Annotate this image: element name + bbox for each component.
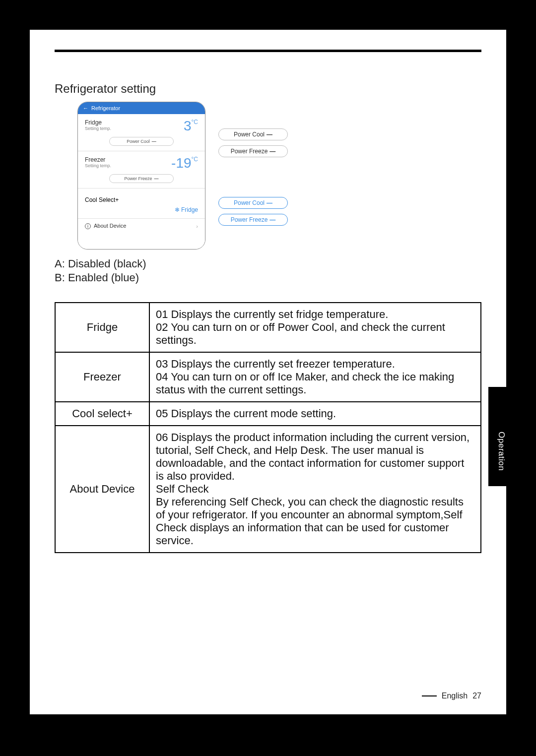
- power-freeze-disabled-pill: Power Freeze—: [218, 145, 288, 157]
- legend: A: Disabled (black) B: Enabled (blue): [55, 257, 481, 284]
- legend-a: A: Disabled (black): [55, 257, 481, 270]
- top-rule: [55, 50, 481, 52]
- info-icon: i: [85, 223, 91, 229]
- freezer-sub: Setting temp.: [85, 163, 111, 168]
- table-row: Cool select+ 05 Displays the current mod…: [55, 402, 481, 426]
- fridge-label: Fridge: [85, 119, 111, 126]
- row-desc-freezer: 03 Displays the currently set freezer te…: [149, 352, 481, 402]
- phone-body: Fridge Setting temp. 3°C Power Cool—: [78, 114, 205, 249]
- footer-page: 27: [472, 692, 481, 700]
- table-row: About Device 06 Displays the product inf…: [55, 426, 481, 553]
- power-freeze-pill[interactable]: Power Freeze—: [109, 174, 174, 183]
- phone-header[interactable]: ← Refrigerator: [78, 102, 205, 114]
- freezer-label: Freezer: [85, 156, 111, 163]
- spec-table: Fridge 01 Displays the currently set fri…: [55, 302, 481, 553]
- power-cool-enabled-pill: Power Cool—: [218, 197, 288, 209]
- power-freeze-enabled-pill: Power Freeze—: [218, 214, 288, 226]
- row-label-freezer: Freezer: [55, 352, 149, 402]
- footer-lang: English: [442, 692, 468, 700]
- fridge-card[interactable]: Fridge Setting temp. 3°C Power Cool—: [78, 114, 205, 151]
- coolselect-label: Cool Select+: [85, 196, 119, 203]
- phone-row: ← Refrigerator Fridge Setting temp. 3°C: [77, 102, 481, 250]
- back-arrow-icon[interactable]: ←: [83, 105, 88, 111]
- row-label-fridge: Fridge: [55, 303, 149, 352]
- chevron-right-icon: ›: [196, 223, 198, 229]
- about-label: About Device: [94, 223, 126, 229]
- section-tab-operation: Operation: [488, 387, 506, 486]
- legend-b: B: Enabled (blue): [55, 271, 481, 284]
- coolselect-card[interactable]: Cool Select+ ❄Fridge: [78, 189, 205, 219]
- row-desc-fridge: 01 Displays the currently set fridge tem…: [149, 303, 481, 352]
- table-row: Freezer 03 Displays the currently set fr…: [55, 352, 481, 402]
- page: Refrigerator setting ← Refrigerator Frid…: [30, 30, 506, 714]
- section-title: Refrigerator setting: [55, 82, 481, 96]
- row-label-about: About Device: [55, 426, 149, 553]
- footer: English 27: [422, 692, 481, 700]
- freezer-temp: -19°C: [171, 156, 198, 170]
- fridge-sub: Setting temp.: [85, 126, 111, 131]
- about-device-row[interactable]: iAbout Device ›: [78, 219, 205, 233]
- power-cool-pill[interactable]: Power Cool—: [109, 137, 174, 146]
- row-label-coolselect: Cool select+: [55, 402, 149, 426]
- fridge-temp: 3°C: [184, 119, 198, 133]
- power-cool-disabled-pill: Power Cool—: [218, 128, 288, 140]
- phone-title: Refrigerator: [91, 105, 120, 111]
- phone-mock: ← Refrigerator Fridge Setting temp. 3°C: [77, 102, 205, 250]
- row-desc-coolselect: 05 Displays the current mode setting.: [149, 402, 481, 426]
- footer-rule: [422, 695, 437, 696]
- snowflake-icon: ❄: [175, 206, 180, 213]
- side-pill-column: Power Cool— Power Freeze— Power Cool— Po…: [218, 128, 288, 226]
- freezer-card[interactable]: Freezer Setting temp. -19°C Power Freeze…: [78, 151, 205, 189]
- row-desc-about: 06 Displays the product information incl…: [149, 426, 481, 553]
- coolselect-value: Fridge: [181, 206, 198, 213]
- table-row: Fridge 01 Displays the currently set fri…: [55, 303, 481, 352]
